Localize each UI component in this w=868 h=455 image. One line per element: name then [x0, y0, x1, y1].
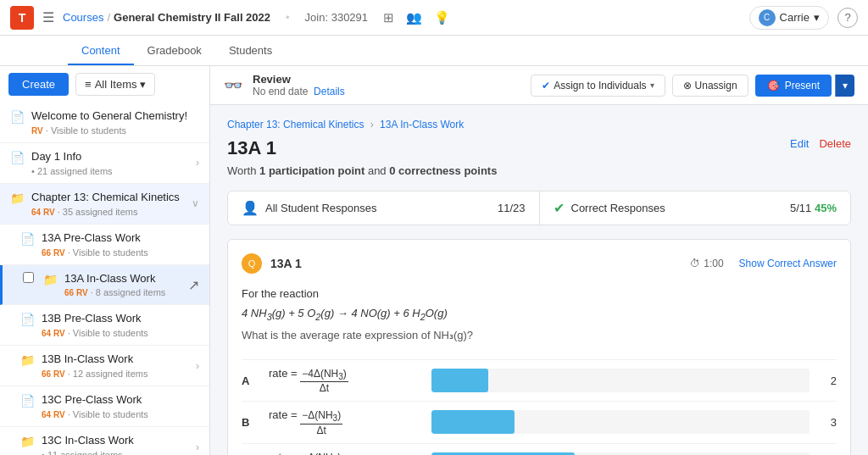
filter-button[interactable]: ≡ All Items ▾	[75, 73, 155, 96]
item-meta: • 11 assigned items	[42, 450, 189, 455]
create-button[interactable]: Create	[8, 73, 69, 96]
answer-letter-a: A	[242, 375, 259, 387]
answer-row-c: C rate = −Δ(NH3) 4Δt	[242, 443, 837, 455]
answer-options: A rate = −4Δ(NH3) Δt	[242, 359, 837, 455]
breadcrumb-courses[interactable]: Courses	[63, 11, 103, 24]
assign-caret-icon: ▾	[650, 80, 654, 90]
avatar: C	[759, 9, 776, 26]
check-icon: ✔	[542, 80, 550, 92]
review-noenddate: No end date	[253, 86, 308, 97]
join-code: Join: 330291	[305, 11, 368, 24]
item-title: Day 1 Info	[31, 150, 189, 164]
folder-icon: 📁	[20, 435, 35, 448]
timer-icon: ⏱	[690, 258, 700, 269]
answer-formula-a: rate = −4Δ(NH3) Δt	[269, 367, 421, 394]
folder-icon: 📁	[10, 191, 25, 205]
review-icon: 👓	[224, 76, 242, 95]
unassign-button[interactable]: ⊗ Unassign	[672, 75, 748, 97]
item-meta: RV · Visible to students	[31, 125, 199, 136]
unassign-label: Unassign	[695, 80, 737, 92]
sidebar-item-13a-pre[interactable]: 📄 13A Pre-Class Work 66 RV · Visible to …	[0, 225, 209, 265]
item-title: 13A In-Class Work	[64, 272, 181, 286]
worth-text: Worth 1 participation point and 0 correc…	[227, 164, 851, 177]
sidebar-item-13b-in[interactable]: 📁 13B In-Class Work 66 RV · 12 assigned …	[0, 346, 209, 386]
checkmark-icon: ✔	[554, 200, 565, 216]
item-meta: 64 RV · Visible to students	[42, 328, 199, 338]
folder-icon: 📁	[20, 353, 35, 367]
users-icon[interactable]: 👥	[406, 10, 422, 25]
bulb-icon[interactable]: 💡	[434, 10, 450, 25]
chevron-down-icon: ∨	[192, 197, 199, 209]
cursor-icon: ↗	[188, 277, 199, 293]
correct-label: Correct Responses	[571, 202, 665, 214]
review-sub: No end date Details	[253, 86, 345, 97]
item-checkbox[interactable]	[23, 272, 34, 283]
file-icon: 📄	[10, 110, 25, 124]
question-card: Q 13A 1 ⏱ 1:00 Show Correct Answer For t…	[227, 239, 851, 455]
assign-to-individuals-button[interactable]: ✔ Assign to Individuals ▾	[531, 75, 665, 97]
item-meta: 66 RV · Visible to students	[42, 247, 199, 258]
question-timer: ⏱ 1:00	[690, 258, 723, 269]
file-icon: 📄	[20, 232, 35, 246]
all-student-label: All Student Responses	[265, 202, 377, 214]
edit-delete-actions: Edit Delete	[790, 137, 851, 150]
sidebar: Create ≡ All Items ▾ 📄 Welcome to Genera…	[0, 66, 210, 455]
present-button[interactable]: 🎯 Present	[755, 75, 832, 97]
question-text: What is the average rate expression of N…	[242, 325, 837, 345]
sidebar-item-ch13[interactable]: 📁 Chapter 13: Chemical Kinetics 64 RV · …	[0, 184, 209, 225]
chevron-right-icon: ›	[196, 441, 199, 453]
hamburger-icon[interactable]: ☰	[42, 9, 54, 25]
answer-count-a: 2	[820, 375, 837, 387]
answer-bar-container-a	[431, 369, 810, 392]
correct-value: 5/11 45%	[790, 202, 837, 214]
answer-letter-b: B	[242, 416, 259, 429]
answer-bar-a	[431, 369, 488, 392]
help-button[interactable]: ?	[837, 8, 858, 28]
breadcrumb: Courses / General Chemistry II Fall 2022	[63, 11, 270, 24]
tab-students[interactable]: Students	[215, 37, 286, 65]
sidebar-item-13c-in[interactable]: 📁 13C In-Class Work • 11 assigned items …	[0, 427, 209, 455]
sidebar-item-13b-pre[interactable]: 📄 13B Pre-Class Work 64 RV · Visible to …	[0, 305, 209, 346]
item-meta: 66 RV · 12 assigned items	[42, 369, 189, 379]
content-header: 13A 1 Edit Delete	[227, 137, 851, 159]
review-actions: ✔ Assign to Individuals ▾ ⊗ Unassign 🎯 P…	[531, 75, 854, 97]
tab-gradebook[interactable]: Gradebook	[134, 37, 215, 65]
filter-label: All Items	[95, 78, 137, 91]
chevron-right-icon: ›	[196, 157, 199, 169]
review-bar: 👓 Review No end date Details ✔ Assign to…	[210, 66, 868, 105]
answer-row-b: B rate = −Δ(NH3) Δt	[242, 401, 837, 442]
details-link[interactable]: Details	[314, 86, 345, 97]
correct-responses-stat: ✔ Correct Responses 5/11 45%	[539, 191, 851, 225]
show-correct-answer-link[interactable]: Show Correct Answer	[739, 258, 837, 269]
sidebar-item-day1[interactable]: 📄 Day 1 Info • 21 assigned items ›	[0, 143, 209, 184]
tab-content[interactable]: Content	[68, 37, 134, 65]
filter-chevron-icon: ▾	[140, 78, 146, 91]
sidebar-header: Create ≡ All Items ▾	[0, 66, 209, 103]
item-meta: 64 RV · 35 assigned items	[31, 207, 185, 217]
question-header: Q 13A 1 ⏱ 1:00 Show Correct Answer	[242, 253, 837, 274]
file-icon: 📄	[20, 313, 35, 326]
question-intro: For the reaction	[242, 284, 837, 303]
sidebar-item-13a-in[interactable]: 📁 13A In-Class Work 66 RV · 8 assigned i…	[0, 265, 209, 306]
answer-bar-b	[431, 410, 515, 434]
folder-icon: 📁	[43, 273, 58, 286]
nav-separator: •	[286, 11, 290, 24]
chevron-right-icon: ›	[196, 360, 199, 372]
bc-13a[interactable]: 13A In-Class Work	[380, 119, 464, 130]
user-menu[interactable]: C Carrie ▾	[749, 6, 829, 30]
settings-icon[interactable]: ⊞	[383, 10, 394, 25]
delete-button[interactable]: Delete	[819, 137, 851, 150]
present-dropdown-button[interactable]: ▾	[835, 75, 854, 97]
item-title: 13C Pre-Class Work	[42, 393, 199, 408]
person-icon: 👤	[242, 200, 259, 216]
bc-ch13[interactable]: Chapter 13: Chemical Kinetics	[227, 119, 364, 130]
answer-formula-b: rate = −Δ(NH3) Δt	[269, 408, 421, 436]
main-layout: Create ≡ All Items ▾ 📄 Welcome to Genera…	[0, 66, 868, 455]
breadcrumb-current: General Chemistry II Fall 2022	[114, 11, 270, 24]
all-student-stat: 👤 All Student Responses 11/23	[228, 191, 539, 225]
item-title: 13C In-Class Work	[42, 434, 189, 448]
sidebar-item-welcome[interactable]: 📄 Welcome to General Chemistry! RV · Vis…	[0, 103, 209, 143]
sidebar-item-13c-pre[interactable]: 📄 13C Pre-Class Work 64 RV · Visible to …	[0, 386, 209, 427]
edit-button[interactable]: Edit	[790, 137, 809, 150]
item-meta: 66 RV · 8 assigned items	[64, 287, 181, 297]
